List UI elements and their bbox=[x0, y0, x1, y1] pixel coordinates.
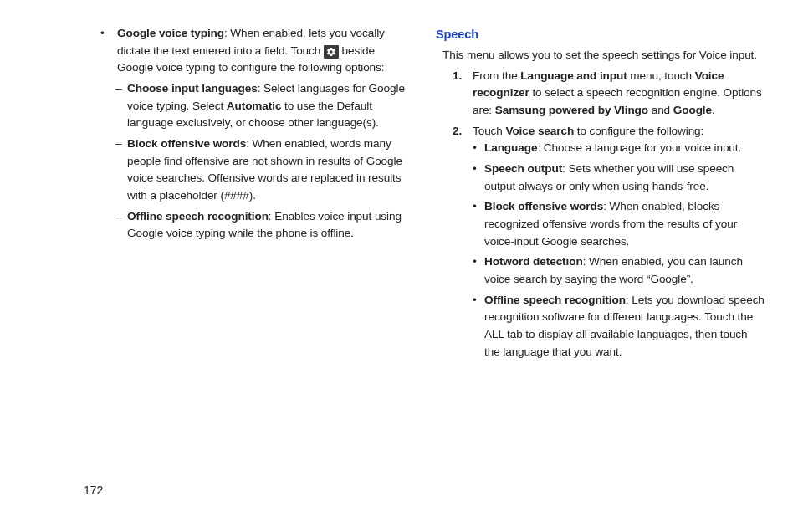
bullet-marker: • bbox=[473, 161, 484, 195]
dash-marker: – bbox=[115, 208, 127, 243]
item-block-offensive-words-r: • Block offensive words: When enabled, b… bbox=[436, 198, 765, 250]
item-language: • Language: Choose a language for your v… bbox=[436, 140, 765, 157]
dash-marker: – bbox=[115, 136, 127, 205]
speech-heading: Speech bbox=[436, 25, 765, 43]
label: Google voice typing bbox=[117, 27, 224, 39]
item-block-offensive-words: – Block offensive words: When enabled, w… bbox=[84, 136, 412, 205]
bullet-marker: • bbox=[473, 198, 484, 250]
google-label: Google bbox=[673, 104, 712, 116]
number-marker: 2. bbox=[453, 123, 473, 141]
text: menu, touch bbox=[627, 69, 695, 82]
number-marker: 1. bbox=[453, 68, 473, 120]
label: Offline speech recognition bbox=[484, 294, 626, 306]
step-2: 2. Touch Voice search to configure the f… bbox=[436, 123, 765, 141]
item-choose-input-languages: – Choose input languages: Select languag… bbox=[84, 80, 412, 132]
bullet-marker: • bbox=[100, 25, 117, 77]
item-hotword-detection: • Hotword detection: When enabled, you c… bbox=[436, 253, 765, 288]
text: Touch bbox=[473, 125, 505, 137]
bullet-marker: • bbox=[473, 140, 484, 157]
label: Block offensive words bbox=[484, 200, 603, 212]
label: Speech output bbox=[484, 162, 562, 175]
label: Choose input languages bbox=[127, 82, 258, 95]
page-number: 172 bbox=[84, 483, 103, 497]
label: Offline speech recognition bbox=[127, 210, 269, 223]
gear-icon bbox=[324, 45, 339, 59]
label: Hotword detection bbox=[484, 255, 583, 268]
text: . bbox=[712, 104, 715, 116]
bullet-marker: • bbox=[473, 292, 484, 361]
item-speech-output: • Speech output: Sets whether you will u… bbox=[436, 161, 765, 195]
automatic-label: Automatic bbox=[227, 100, 282, 112]
text: : Choose a language for your voice input… bbox=[537, 141, 741, 154]
left-column: • Google voice typing: When enabled, let… bbox=[84, 25, 412, 532]
item-offline-speech-recognition-r: • Offline speech recognition: Lets you d… bbox=[436, 292, 765, 361]
text: to configure the following: bbox=[574, 125, 703, 137]
bullet-marker: • bbox=[473, 253, 484, 288]
label: Block offensive words bbox=[127, 137, 246, 150]
item-google-voice-typing: • Google voice typing: When enabled, let… bbox=[84, 25, 412, 77]
samsung-vlingo-label: Samsung powered by Vlingo bbox=[495, 104, 648, 116]
label: Language bbox=[484, 141, 537, 154]
text: and bbox=[648, 104, 673, 116]
language-and-input-label: Language and input bbox=[520, 69, 627, 82]
step-1: 1. From the Language and input menu, tou… bbox=[436, 68, 765, 120]
speech-intro: This menu allows you to set the speech s… bbox=[436, 47, 765, 64]
dash-marker: – bbox=[115, 80, 127, 132]
voice-search-label: Voice search bbox=[505, 125, 574, 137]
right-column: Speech This menu allows you to set the s… bbox=[436, 25, 765, 532]
document-page: • Google voice typing: When enabled, let… bbox=[0, 0, 798, 532]
item-offline-speech-recognition: – Offline speech recognition: Enables vo… bbox=[84, 208, 412, 243]
text: From the bbox=[473, 69, 520, 82]
